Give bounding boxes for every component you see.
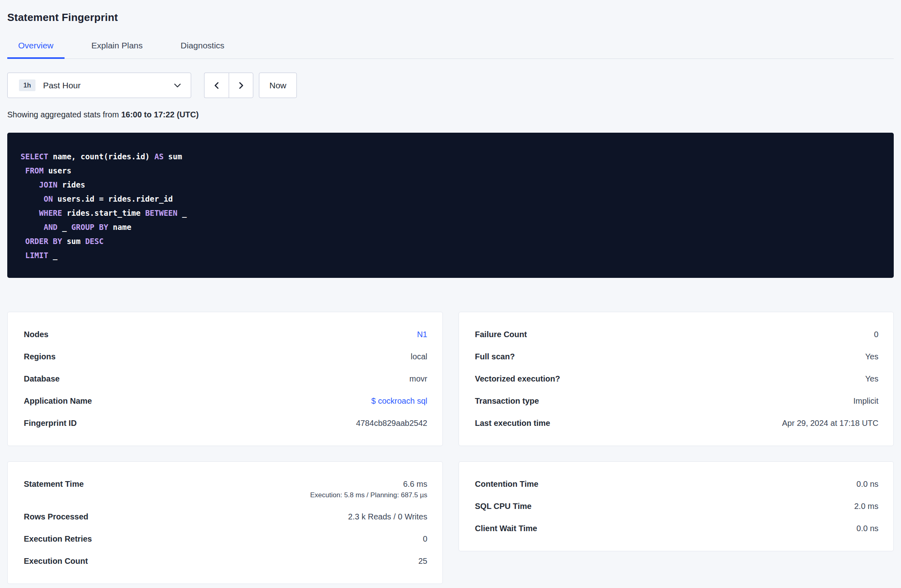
aggregated-stats-text: Showing aggregated stats from 16:00 to 1… <box>7 110 894 119</box>
card-timing-left: Statement Time6.6 msExecution: 5.8 ms / … <box>7 461 443 584</box>
stat-label: Nodes <box>24 330 48 339</box>
sql-text <box>21 209 39 217</box>
sql-line: AND _ GROUP BY name <box>21 220 880 234</box>
stat-row: Regionslocal <box>24 346 428 368</box>
stat-value: 0 <box>874 330 878 339</box>
stat-value-wrap: local <box>411 352 427 361</box>
sql-text: _ <box>48 251 58 260</box>
sql-keyword: JOIN <box>39 180 58 189</box>
sql-text <box>21 251 25 260</box>
tab-explain-plans[interactable]: Explain Plans <box>81 34 154 58</box>
sql-text: name, count(rides.id) <box>48 152 154 161</box>
sql-keyword: WHERE <box>39 209 62 217</box>
sql-text <box>21 237 25 246</box>
sql-text: rides.start_time <box>62 209 145 217</box>
stat-value: Yes <box>865 352 878 361</box>
stat-label: Client Wait Time <box>475 524 537 533</box>
sql-keyword: AS <box>154 152 164 161</box>
stat-row: Contention Time0.0 ns <box>475 473 879 495</box>
stat-value-wrap: $ cockroach sql <box>371 396 428 406</box>
stat-label: Rows Processed <box>24 512 88 521</box>
chevron-right-icon <box>237 81 246 90</box>
stat-value-wrap: Yes <box>865 352 878 361</box>
stat-value-wrap: 0 <box>423 534 427 544</box>
stat-row: Failure Count0 <box>475 323 879 346</box>
stat-row: Databasemovr <box>24 368 428 390</box>
stat-subvalue: Execution: 5.8 ms / Planning: 687.5 µs <box>310 491 427 499</box>
stat-value-wrap: movr <box>409 374 427 384</box>
stat-row: SQL CPU Time2.0 ms <box>475 495 879 517</box>
card-details-right: Failure Count0Full scan?YesVectorized ex… <box>459 312 894 446</box>
card-timing-right: Contention Time0.0 nsSQL CPU Time2.0 msC… <box>459 461 894 551</box>
tab-bar: OverviewExplain PlansDiagnostics <box>7 34 894 59</box>
time-interval-select[interactable]: 1h Past Hour <box>7 73 191 98</box>
stat-row: Execution Count25 <box>24 550 428 572</box>
sql-text <box>21 223 44 231</box>
sql-line: JOIN rides <box>21 178 880 192</box>
stat-value-wrap: 0 <box>874 330 878 339</box>
stat-label: Execution Retries <box>24 534 92 544</box>
tab-overview[interactable]: Overview <box>7 34 65 58</box>
stat-row: Vectorized execution?Yes <box>475 368 879 390</box>
stat-row: Full scan?Yes <box>475 346 879 368</box>
stat-row: Execution Retries0 <box>24 528 428 550</box>
stat-row: NodesN1 <box>24 323 428 346</box>
sql-text: rides <box>58 180 86 189</box>
stat-value-link[interactable]: N1 <box>417 330 428 339</box>
stat-value-wrap: N1 <box>417 330 428 339</box>
tab-diagnostics[interactable]: Diagnostics <box>170 34 236 58</box>
stat-value: Implicit <box>853 396 878 406</box>
sql-line: LIMIT _ <box>21 248 880 263</box>
sql-keyword: LIMIT <box>25 251 48 260</box>
sql-text <box>21 180 39 189</box>
time-range-label: Past Hour <box>43 81 173 90</box>
stat-row: Statement Time6.6 msExecution: 5.8 ms / … <box>24 473 428 506</box>
sql-keyword: SELECT <box>21 152 48 161</box>
sql-keyword: BETWEEN <box>145 209 177 217</box>
stat-value-wrap: Apr 29, 2024 at 17:18 UTC <box>782 419 878 428</box>
stat-value-link[interactable]: $ cockroach sql <box>371 396 428 406</box>
stat-value-wrap: 6.6 msExecution: 5.8 ms / Planning: 687.… <box>310 480 427 499</box>
stat-value-wrap: Yes <box>865 374 878 384</box>
stat-row: Rows Processed2.3 k Reads / 0 Writes <box>24 506 428 528</box>
now-button[interactable]: Now <box>259 73 297 98</box>
stat-value-wrap: 2.0 ms <box>854 502 878 511</box>
stat-row: Application Name$ cockroach sql <box>24 390 428 412</box>
statement-fingerprint-page: Statement Fingerprint OverviewExplain Pl… <box>0 0 901 584</box>
stat-value-wrap: 0.0 ns <box>857 524 878 533</box>
time-step-buttons <box>204 73 253 98</box>
sql-text <box>21 194 44 203</box>
stat-value: Apr 29, 2024 at 17:18 UTC <box>782 419 878 428</box>
sql-keyword: ORDER BY <box>25 237 62 246</box>
aggregated-stats-prefix: Showing aggregated stats from <box>7 110 121 119</box>
stat-value: 25 <box>418 557 427 566</box>
time-prev-button[interactable] <box>204 73 229 98</box>
chevron-down-icon <box>173 81 182 90</box>
card-details-left: NodesN1RegionslocalDatabasemovrApplicati… <box>7 312 443 446</box>
stat-row: Transaction typeImplicit <box>475 390 879 412</box>
stat-row: Fingerprint ID4784cb829aab2542 <box>24 412 428 434</box>
aggregated-stats-range: 16:00 to 17:22 (UTC) <box>121 110 198 119</box>
stat-value: 6.6 ms <box>403 480 427 489</box>
stat-label: Full scan? <box>475 352 515 361</box>
stat-value-wrap: 0.0 ns <box>857 480 878 489</box>
sql-text: name <box>108 223 131 231</box>
stat-label: Statement Time <box>24 480 84 489</box>
sql-keyword: AND <box>44 223 57 231</box>
sql-statement-text: SELECT name, count(rides.id) AS sum FROM… <box>21 150 880 263</box>
stat-label: Transaction type <box>475 396 539 406</box>
time-next-button[interactable] <box>229 73 253 98</box>
sql-line: ON users.id = rides.rider_id <box>21 192 880 206</box>
stats-grid: NodesN1RegionslocalDatabasemovrApplicati… <box>7 312 894 584</box>
stat-label: Database <box>24 374 60 384</box>
stat-label: Regions <box>24 352 56 361</box>
stat-label: Application Name <box>24 396 92 406</box>
sql-text: sum <box>164 152 182 161</box>
stat-value: local <box>411 352 427 361</box>
sql-text: users.id = rides.rider_id <box>53 194 173 203</box>
stat-label: Contention Time <box>475 480 538 489</box>
sql-text: _ <box>58 223 71 231</box>
sql-text: sum <box>62 237 85 246</box>
stat-label: Last execution time <box>475 419 551 428</box>
sql-keyword: GROUP BY <box>71 223 108 231</box>
